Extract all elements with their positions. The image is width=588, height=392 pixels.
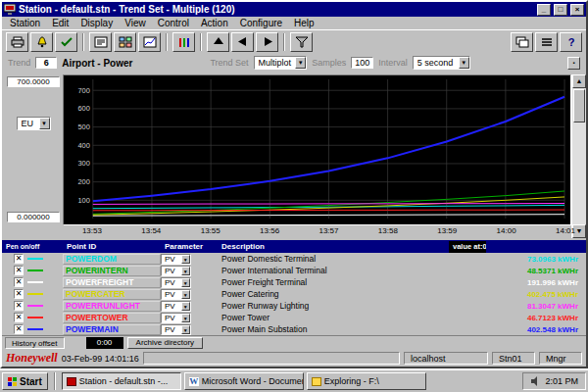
menu-action[interactable]: Action <box>195 18 234 28</box>
help-icon: ? <box>564 36 578 48</box>
point-description: Power International Terminal <box>218 266 431 275</box>
parameter-select[interactable]: PV ▼ <box>161 289 191 300</box>
trend-plot[interactable]: 100200300400500600700 <box>64 75 570 224</box>
point-id-field[interactable]: POWERTOWER <box>63 313 161 323</box>
start-button[interactable]: Start <box>2 372 48 390</box>
title-bar: Station - default.stn - Trend Set - Mult… <box>2 2 586 17</box>
pen-checkbox[interactable]: ✕ <box>14 313 24 322</box>
tray-clock[interactable]: 2:01 PM <box>545 376 578 386</box>
archive-directory-button[interactable]: Archive directory <box>127 337 204 349</box>
trend-number-field[interactable]: 6 <box>35 57 57 69</box>
window-menu-button[interactable] <box>535 32 558 52</box>
status-station: Stn01 <box>492 352 535 365</box>
multiplot-button[interactable] <box>172 32 195 52</box>
minimize-button[interactable]: _ <box>537 4 551 16</box>
chart-region: 700.0000 EU ▼ 0.000000 10020030040050060… <box>2 73 586 238</box>
unit-value: EU <box>18 118 39 129</box>
x-axis-label: 13:57 <box>318 226 338 235</box>
group-display-button[interactable] <box>114 32 136 52</box>
chevron-down-icon: ▼ <box>181 255 190 264</box>
point-value: 73.0963 kWHr <box>431 255 586 264</box>
point-value: 402.475 kWHr <box>431 290 586 299</box>
parameter-select[interactable]: PV ▼ <box>161 301 191 312</box>
menu-help[interactable]: Help <box>288 18 320 28</box>
pen-checkbox[interactable]: ✕ <box>14 277 24 287</box>
pen-color-sample <box>27 317 43 318</box>
interval-value: 5 second <box>414 57 459 69</box>
point-detail-button[interactable] <box>89 32 112 52</box>
point-description: Power Domestic Terminal <box>218 254 431 264</box>
history-row: History offset 0:00 Archive directory <box>2 335 586 350</box>
trendbar-more-button[interactable]: ▪ <box>567 57 580 70</box>
unit-select[interactable]: EU ▼ <box>17 117 51 130</box>
arrow-up-icon <box>213 36 224 47</box>
menu-control[interactable]: Control <box>152 18 195 28</box>
taskbar-separator <box>54 372 56 390</box>
print-button[interactable] <box>6 32 28 52</box>
taskbar-task[interactable]: Exploring - F:\ <box>307 372 426 390</box>
page-left-button[interactable] <box>231 32 254 52</box>
point-id-field[interactable]: POWERINTERN <box>63 266 161 276</box>
parameter-select[interactable]: PV ▼ <box>161 313 191 323</box>
task-label: Exploring - F:\ <box>324 376 379 386</box>
pen-checkbox[interactable]: ✕ <box>14 254 24 264</box>
menu-display[interactable]: Display <box>74 18 119 28</box>
pen-checkbox[interactable]: ✕ <box>14 266 24 275</box>
chevron-down-icon: ▼ <box>181 325 190 334</box>
parameter-value: PV <box>162 314 181 322</box>
parameter-select[interactable]: PV ▼ <box>161 324 191 335</box>
toolbar: ? <box>2 29 586 53</box>
point-id-field[interactable]: POWERMAIN <box>63 324 161 335</box>
pen-table-row: ✕ POWERFREIGHT PV ▼ Power Freight Termin… <box>2 276 586 288</box>
menu-bar: StationEditDisplayViewControlActionConfi… <box>2 17 586 29</box>
parameter-select[interactable]: PV ▼ <box>161 254 191 265</box>
interval-select[interactable]: 5 second ▼ <box>413 56 470 70</box>
acknowledge-button[interactable] <box>55 32 77 52</box>
alarm-page-button[interactable] <box>30 32 53 52</box>
point-id-field[interactable]: POWERDOM <box>63 254 161 265</box>
context-help-button[interactable]: ? <box>560 32 582 52</box>
scroll-track[interactable] <box>572 123 586 224</box>
parameter-select[interactable]: PV ▼ <box>161 266 191 276</box>
filter-button[interactable] <box>290 32 313 52</box>
trend-set-select[interactable]: Multiplot ▼ <box>254 56 308 70</box>
trend-display-button[interactable] <box>138 32 161 52</box>
page-right-button[interactable] <box>256 32 278 52</box>
arrow-left-icon <box>237 36 249 47</box>
axis-controls: 700.0000 EU ▼ 0.000000 <box>4 74 63 238</box>
pen-checkbox[interactable]: ✕ <box>14 324 24 334</box>
chart-scrollbar[interactable]: ▲ ▼ <box>571 74 586 238</box>
pen-checkbox[interactable]: ✕ <box>14 289 24 299</box>
header-value-datetime: 03-Feb-99 13:50:00 <box>482 241 486 253</box>
parameter-select[interactable]: PV ▼ <box>161 277 191 288</box>
svg-text:100: 100 <box>77 196 89 205</box>
point-id-field[interactable]: POWERFREIGHT <box>63 277 161 288</box>
restore-windows-button[interactable] <box>511 32 533 52</box>
maximize-button[interactable]: □ <box>554 4 567 16</box>
y-axis-max-field[interactable]: 700.0000 <box>7 76 60 87</box>
pen-checkbox[interactable]: ✕ <box>14 301 24 311</box>
samples-field[interactable]: 100 <box>351 57 373 69</box>
menu-edit[interactable]: Edit <box>46 18 74 28</box>
point-id-field[interactable]: POWERRUNLIGHT <box>63 301 161 312</box>
scroll-thumb[interactable] <box>573 89 585 122</box>
bell-icon <box>35 36 49 48</box>
history-offset-value[interactable]: 0:00 <box>86 337 123 349</box>
svg-text:500: 500 <box>77 122 89 131</box>
taskbar-task[interactable]: Station - default.stn -... <box>62 372 181 390</box>
arrow-right-icon <box>262 36 273 47</box>
y-axis-min-field[interactable]: 0.000000 <box>7 212 60 222</box>
toolbar-separator <box>166 33 168 51</box>
point-id-field[interactable]: POWERCATER <box>63 289 161 300</box>
menu-view[interactable]: View <box>119 18 152 28</box>
task-buttons: Station - default.stn -...WMicrosoft Wor… <box>62 372 426 390</box>
menu-station[interactable]: Station <box>4 18 46 28</box>
taskbar-task[interactable]: WMicrosoft Word - Document1 <box>184 372 304 390</box>
scroll-up-icon[interactable]: ▲ <box>572 74 586 88</box>
menu-configure[interactable]: Configure <box>234 18 288 28</box>
samples-label: Samples <box>312 58 346 68</box>
status-host: localhost <box>404 352 488 365</box>
chevron-down-icon: ▼ <box>181 314 190 322</box>
page-up-button[interactable] <box>207 32 229 52</box>
close-button[interactable]: × <box>570 4 584 16</box>
